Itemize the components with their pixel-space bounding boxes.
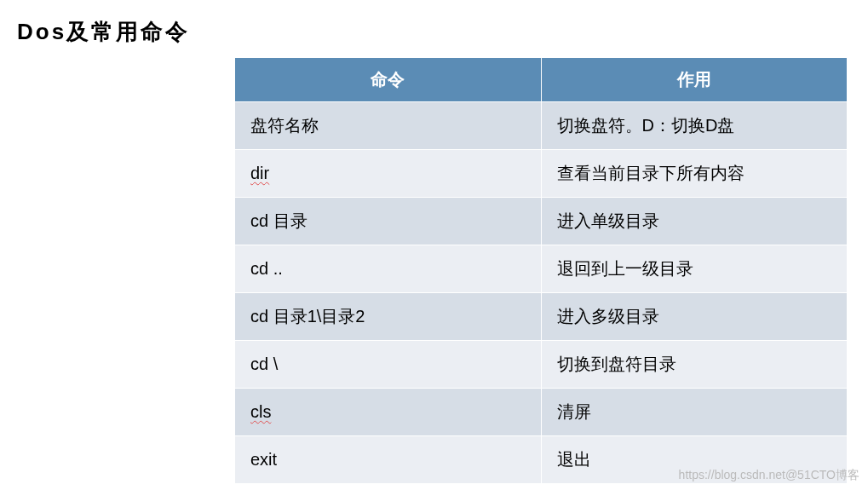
table-row: cd ..退回到上一级目录 [235, 245, 848, 293]
table-row: cd 目录1\目录2进入多级目录 [235, 293, 848, 341]
spellcheck-text: dir [250, 164, 269, 182]
watermark-text: https://blog.csdn.net@51CTO博客 [679, 468, 859, 483]
cell-command: cls [235, 389, 542, 436]
cell-description: 切换盘符。D：切换D盘 [541, 102, 848, 150]
cell-description: 退回到上一级目录 [541, 245, 848, 293]
table-row: cd 目录进入单级目录 [235, 198, 848, 245]
cell-description: 进入多级目录 [541, 293, 848, 341]
commands-table: 命令 作用 盘符名称切换盘符。D：切换D盘dir查看当前目录下所有内容cd 目录… [234, 57, 848, 484]
cell-command: exit [235, 436, 542, 484]
cell-description: 切换到盘符目录 [541, 341, 848, 389]
cell-command: dir [235, 150, 542, 198]
table-row: cd \切换到盘符目录 [235, 341, 848, 389]
cell-command: cd 目录1\目录2 [235, 293, 542, 341]
table-header-row: 命令 作用 [235, 58, 848, 102]
cell-command: 盘符名称 [235, 102, 542, 150]
cell-command: cd \ [235, 341, 542, 389]
table-row: cls清屏 [235, 389, 848, 436]
spellcheck-text: cls [250, 402, 271, 421]
header-description: 作用 [541, 58, 848, 102]
cell-description: 查看当前目录下所有内容 [541, 150, 848, 198]
table-row: 盘符名称切换盘符。D：切换D盘 [235, 102, 848, 150]
page-title: Dos及常用命令 [0, 0, 868, 47]
cell-description: 清屏 [541, 389, 848, 436]
commands-table-wrapper: 命令 作用 盘符名称切换盘符。D：切换D盘dir查看当前目录下所有内容cd 目录… [234, 57, 848, 484]
header-command: 命令 [235, 58, 542, 102]
cell-command: cd 目录 [235, 198, 542, 245]
cell-description: 进入单级目录 [541, 198, 848, 245]
table-row: dir查看当前目录下所有内容 [235, 150, 848, 198]
cell-command: cd .. [235, 245, 542, 293]
